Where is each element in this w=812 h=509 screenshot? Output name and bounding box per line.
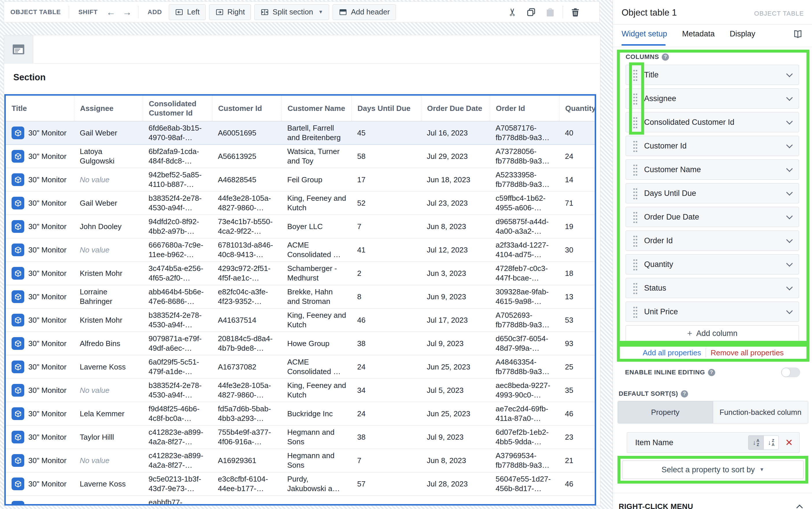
table-row[interactable]: 30" Monitor Lela Kemmer f9d48f25-46b6-4c… xyxy=(6,402,595,426)
help-icon[interactable]: ? xyxy=(708,369,715,376)
documentation-button[interactable] xyxy=(791,29,805,40)
add-all-properties-link[interactable]: Add all properties xyxy=(643,348,701,357)
remove-sort-button[interactable]: ✕ xyxy=(783,438,794,447)
cell-order-id: 6d07ef2b-1eb2-4bb5-9dda-… xyxy=(490,426,559,449)
column-config-item[interactable]: Unit Price xyxy=(625,302,799,322)
table-column-header[interactable]: Assignee xyxy=(74,96,143,121)
table-row[interactable]: 30" Monitor Lorraine Bahringer abb464b4-… xyxy=(6,285,595,308)
drag-handle-icon[interactable] xyxy=(633,69,638,81)
drag-handle-icon[interactable] xyxy=(633,116,638,128)
section-title: Section xyxy=(13,72,46,82)
inline-editing-toggle[interactable] xyxy=(781,368,800,377)
column-config-item[interactable]: Customer Id xyxy=(625,136,799,156)
cell-title-text: 30" Monitor xyxy=(28,292,66,302)
table-column-header[interactable]: Customer Id xyxy=(212,96,281,121)
paste-button[interactable] xyxy=(541,7,560,17)
table-row[interactable]: 30" Monitor No value b38352f4-2e78-4530-… xyxy=(6,379,595,402)
column-config-item[interactable]: Consolidated Customer Id xyxy=(625,112,799,132)
drag-handle-icon[interactable] xyxy=(633,235,638,247)
table-column-header[interactable]: Quantity xyxy=(559,96,595,121)
table-column-header[interactable]: Order Id xyxy=(490,96,559,121)
table-row[interactable]: 30" Monitor John Dooley 94dfd2c0-8f92-4b… xyxy=(6,215,595,238)
delete-button[interactable] xyxy=(566,7,585,17)
table-row[interactable]: 30" Monitor Gail Weber b38352f4-2e78-453… xyxy=(6,192,595,215)
cut-button[interactable]: ✂ xyxy=(504,6,521,18)
add-column-button[interactable]: + Add column xyxy=(625,325,799,341)
column-config-item[interactable]: Customer Name xyxy=(625,160,799,180)
cell-customer-id: A41637514 xyxy=(212,308,281,332)
table-row[interactable]: 30" Monitor Kristen Mohr 3c474b5a-e256-4… xyxy=(6,262,595,285)
split-section-button[interactable]: Split section ▼ xyxy=(254,4,329,20)
cell-order-due-date: Jun 18, 2023 xyxy=(421,168,490,191)
drag-handle-icon[interactable] xyxy=(633,306,638,318)
table-row[interactable]: 30" Monitor No value eabbfb77-391b-… A28… xyxy=(6,496,595,506)
table-row[interactable]: 30" Monitor No value 6667680a-7c9e-11ee-… xyxy=(6,238,595,262)
table-row[interactable]: 30" Monitor Kristen Mohr b38352f4-2e78-4… xyxy=(6,308,595,332)
add-header-button[interactable]: Add header xyxy=(333,4,396,20)
drag-handle-icon[interactable] xyxy=(633,140,638,152)
drag-handle-icon[interactable] xyxy=(633,282,638,294)
select-sort-property-label: Select a property to sort by xyxy=(662,465,755,474)
column-config-item[interactable]: Order Id xyxy=(625,231,799,251)
column-config-item[interactable]: Assignee xyxy=(625,89,799,109)
cell-customer-name: ACME Consolidated … xyxy=(281,238,351,262)
table-column-header[interactable]: Consolidated Customer Id xyxy=(143,96,212,121)
cell-customer-id: fd5a7d6b-5bab-4bb3-a293-… xyxy=(212,402,281,425)
shift-left-button[interactable]: ← xyxy=(103,7,119,17)
remove-all-properties-link[interactable]: Remove all properties xyxy=(711,348,784,357)
column-config-item[interactable]: Days Until Due xyxy=(625,183,799,203)
column-config-item[interactable]: Order Due Date xyxy=(625,207,799,227)
tab-metadata[interactable]: Metadata xyxy=(682,30,715,38)
column-config-item[interactable]: Title xyxy=(625,65,799,85)
column-header-label: Title xyxy=(11,104,27,113)
table-column-header[interactable]: Customer Name xyxy=(281,96,351,121)
column-header-label: Consolidated Customer Id xyxy=(149,99,207,117)
trash-icon xyxy=(570,7,580,17)
toggle-knob xyxy=(781,368,790,377)
drag-handle-icon[interactable] xyxy=(633,93,638,105)
duplicate-button[interactable] xyxy=(521,7,541,17)
object-cube-icon xyxy=(11,290,24,303)
shift-right-button[interactable]: → xyxy=(119,7,135,17)
right-click-menu-section[interactable]: RIGHT-CLICK MENU xyxy=(619,502,807,509)
cell-title-text: 30" Monitor xyxy=(28,409,66,418)
drag-handle-icon[interactable] xyxy=(633,188,638,199)
section-tab[interactable] xyxy=(4,35,33,63)
cell-days-until-due: 17 xyxy=(351,168,421,191)
select-sort-property-dropdown[interactable]: Select a property to sort by ▼ xyxy=(622,461,804,479)
sort-type-property-tab[interactable]: Property xyxy=(618,401,713,423)
help-icon[interactable]: ? xyxy=(662,54,669,61)
table-row[interactable]: 30" Monitor Taylor Hilll c412823e-a899-4… xyxy=(6,426,595,449)
table-column-header[interactable]: Title xyxy=(6,96,74,121)
tab-display[interactable]: Display xyxy=(730,30,755,38)
add-right-button[interactable]: Right xyxy=(209,4,251,20)
help-icon[interactable]: ? xyxy=(681,390,688,398)
cell-order-id: A40736300-… xyxy=(490,496,559,506)
cell-assignee: Kristen Mohr xyxy=(74,262,143,285)
widget-type-label: OBJECT TABLE xyxy=(754,10,804,17)
table-column-header[interactable]: Days Until Due xyxy=(351,96,421,121)
drag-handle-icon[interactable] xyxy=(633,164,638,176)
object-table-widget[interactable]: TitleAssigneeConsolidated Customer IdCus… xyxy=(4,94,596,506)
table-row[interactable]: 30" Monitor Gail Weber 6fd6e8ab-3b15-497… xyxy=(6,121,595,145)
column-config-item[interactable]: Quantity xyxy=(625,254,799,274)
table-row[interactable]: 30" Monitor Alfredo Bins 9079871a-e79f-4… xyxy=(6,332,595,355)
drag-handle-icon[interactable] xyxy=(633,211,638,223)
chevron-down-icon xyxy=(786,142,793,148)
table-row[interactable]: 30" Monitor Laverne Koss 6a0f29f5-5c51-4… xyxy=(6,355,595,379)
table-row[interactable]: 30" Monitor Latoya Gulgowski 6bf2afa9-1c… xyxy=(6,145,595,168)
table-row[interactable]: 30" Monitor Laverne Koss 9c5e0213-1b3f-4… xyxy=(6,472,595,496)
table-row[interactable]: 30" Monitor No value 942bef52-5a85-4110-… xyxy=(6,168,595,192)
cell-consolidated-customer-id: c412823e-a899-4a2a-8f27-… xyxy=(143,426,212,449)
table-row[interactable]: 30" Monitor No value c412823e-a899-4a2a-… xyxy=(6,449,595,472)
drag-handle-icon[interactable] xyxy=(633,259,638,270)
table-column-header[interactable]: Order Due Date xyxy=(421,96,490,121)
sort-asc-button[interactable]: ↓ AZ xyxy=(748,436,764,449)
sort-desc-button[interactable]: ↓ ZA xyxy=(764,436,778,449)
column-config-item[interactable]: Status xyxy=(625,278,799,298)
sort-type-function-tab[interactable]: Function-backed column xyxy=(713,401,808,423)
tab-widget-setup[interactable]: Widget setup xyxy=(621,30,667,38)
cell-title: 30" Monitor xyxy=(6,238,74,262)
column-header-label: Order Id xyxy=(496,104,525,113)
add-left-button[interactable]: Left xyxy=(169,4,205,20)
